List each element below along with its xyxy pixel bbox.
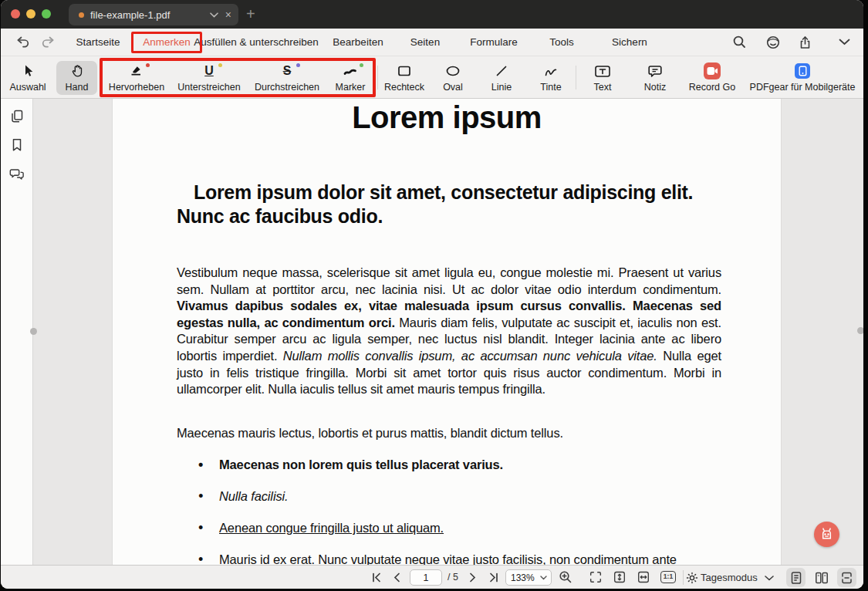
hand-tool-button[interactable]: Hand	[56, 61, 97, 95]
underline-u-icon: U	[204, 64, 214, 78]
last-page-button[interactable]	[488, 572, 499, 583]
highlight-tool-button[interactable]: Hervorheben	[106, 61, 167, 95]
record-go-button[interactable]: Record Go	[685, 61, 739, 95]
list-item: Mauris id ex erat. Nunc vulputate neque …	[177, 552, 721, 565]
toolbar-separator	[377, 66, 378, 89]
pdfgear-window: file-example-1.pdf × + Startseite Anmerk…	[1, 0, 863, 589]
zoom-level-value: 133%	[511, 572, 540, 583]
document-title: Lorem ipsum	[113, 100, 781, 135]
next-page-button[interactable]	[469, 572, 477, 583]
first-page-button[interactable]	[371, 572, 382, 583]
zoom-chevron-down-icon	[540, 576, 547, 580]
strikethrough-s-icon: S	[283, 64, 292, 78]
ai-assistant-robot-button[interactable]	[814, 522, 839, 547]
bookmarks-icon[interactable]	[9, 137, 25, 153]
fullscreen-icon[interactable]	[589, 570, 603, 584]
text-tool-button[interactable]: Text	[587, 61, 618, 95]
underline-tool-button[interactable]: U Unterstreichen	[173, 61, 245, 95]
collapse-ribbon-chevron-icon[interactable]	[839, 39, 850, 46]
list-item: Aenean congue fringilla justo ut aliquam…	[177, 521, 721, 535]
unsaved-changes-dot-icon	[79, 12, 84, 18]
search-icon[interactable]	[732, 35, 747, 49]
text-box-icon	[594, 61, 611, 81]
sun-day-mode-icon	[686, 572, 698, 584]
pdf-page: Lorem ipsum Lorem ipsum dolor sit amet, …	[112, 99, 782, 565]
zoom-in-icon[interactable]	[559, 570, 572, 584]
ink-tool-button[interactable]: Tinte	[535, 61, 566, 95]
tab-sichern[interactable]: Sichern	[612, 29, 647, 56]
note-tool-button[interactable]: Notiz	[638, 61, 672, 95]
highlighter-icon	[129, 61, 144, 81]
page-thumbnails-icon[interactable]	[9, 109, 25, 124]
strikethrough-color-dot-icon	[296, 63, 300, 67]
ribbon-tab-bar: Startseite Anmerken Ausfüllen & untersch…	[1, 29, 863, 56]
two-page-view-button[interactable]	[812, 568, 831, 587]
undo-button[interactable]	[15, 35, 31, 50]
line-icon	[495, 61, 508, 81]
traffic-light-minimize-button[interactable]	[26, 9, 35, 19]
redo-button[interactable]	[40, 35, 56, 50]
hand-icon	[70, 61, 84, 81]
statusbar: / 5 133% 1:1 Tagesmodus	[1, 565, 863, 589]
document-tab[interactable]: file-example-1.pdf ×	[69, 4, 238, 25]
underline-color-dot-icon	[218, 63, 222, 67]
day-mode-chevron-down-icon[interactable]	[765, 576, 774, 581]
document-paragraph-1: Vestibulum neque massa, scelerisque sit …	[177, 265, 721, 398]
select-tool-button[interactable]: Auswahl	[6, 61, 49, 95]
page-total-label: / 5	[448, 566, 458, 589]
cursor-icon	[21, 61, 35, 81]
toolbar-separator	[576, 66, 576, 89]
tab-title: file-example-1.pdf	[90, 9, 210, 21]
left-panel-resize-handle[interactable]	[30, 328, 37, 335]
list-item: Nulla facilisi.	[177, 489, 721, 504]
document-paragraph-2: Maecenas mauris lectus, lobortis et puru…	[177, 426, 721, 441]
mobile-device-icon	[795, 63, 810, 79]
zoom-level-select[interactable]: 133%	[505, 569, 552, 586]
marker-color-dot-icon	[360, 63, 363, 67]
right-panel-resize-handle[interactable]	[857, 327, 863, 334]
single-page-view-button[interactable]	[786, 568, 806, 587]
line-tool-button[interactable]: Linie	[486, 61, 517, 95]
paragraph-italic-text: Nullam mollis convallis ipsum, ac accums…	[283, 349, 657, 363]
actual-size-icon[interactable]: 1:1	[660, 571, 676, 583]
tab-bearbeiten[interactable]: Bearbeiten	[333, 29, 383, 56]
rectangle-icon	[397, 61, 411, 81]
traffic-light-zoom-button[interactable]	[42, 9, 51, 19]
statusbar-separator	[683, 570, 684, 585]
ink-icon	[544, 61, 558, 81]
tab-close-icon[interactable]: ×	[225, 9, 231, 20]
fit-width-icon[interactable]	[637, 570, 650, 584]
tab-tools[interactable]: Tools	[549, 29, 574, 56]
page-number-input[interactable]	[410, 569, 442, 586]
pdfgear-mobile-button[interactable]: PDFgear für Mobilgeräte	[745, 61, 860, 95]
marker-icon	[343, 61, 358, 81]
tab-startseite[interactable]: Startseite	[76, 29, 120, 56]
new-tab-button[interactable]: +	[246, 5, 255, 23]
share-icon[interactable]	[798, 35, 812, 50]
fit-height-icon[interactable]	[613, 570, 627, 584]
main-area: Lorem ipsum Lorem ipsum dolor sit amet, …	[1, 99, 863, 565]
note-bubble-icon	[647, 61, 663, 81]
continuous-scroll-view-button[interactable]	[837, 568, 856, 587]
document-heading: Lorem ipsum dolor sit amet, consectetur …	[177, 181, 721, 228]
tab-formulare[interactable]: Formulare	[470, 29, 518, 56]
annotation-toolbar: Auswahl Hand Hervorheben U Unterstreiche…	[1, 56, 863, 99]
left-panel-sidebar	[1, 99, 33, 565]
tab-ausfuellen-unterschreiben[interactable]: Ausfüllen & unterschreiben	[194, 29, 318, 56]
strikethrough-tool-button[interactable]: S Durchstreichen	[250, 61, 324, 95]
tab-anmerken[interactable]: Anmerken	[143, 29, 191, 56]
robot-icon	[819, 526, 835, 542]
comments-icon[interactable]	[9, 167, 25, 182]
titlebar: file-example-1.pdf × +	[1, 0, 863, 29]
tab-seiten[interactable]: Seiten	[410, 29, 440, 56]
oval-tool-button[interactable]: Oval	[437, 61, 468, 95]
tab-chevron-down-icon[interactable]	[210, 12, 218, 18]
previous-page-button[interactable]	[393, 572, 400, 583]
day-mode-label[interactable]: Tagesmodus	[701, 566, 758, 589]
support-icon[interactable]	[765, 35, 781, 50]
marker-tool-button[interactable]: Marker	[331, 61, 370, 95]
record-go-icon	[704, 62, 721, 79]
traffic-light-close-button[interactable]	[11, 9, 20, 19]
rectangle-tool-button[interactable]: Rechteck	[381, 61, 427, 95]
paragraph-text: Vestibulum neque massa, scelerisque sit …	[177, 265, 721, 296]
